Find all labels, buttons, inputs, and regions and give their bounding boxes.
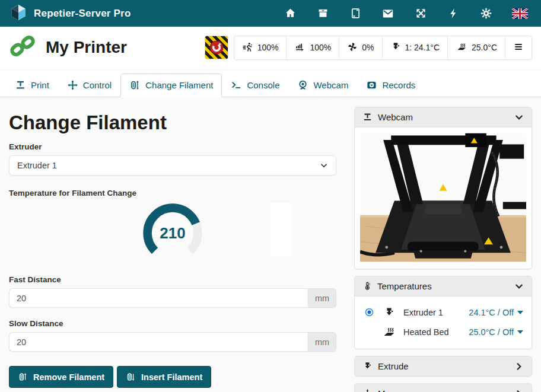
extruder-label: Extruder: [9, 142, 336, 151]
home-icon[interactable]: [284, 7, 297, 20]
extruder-temp-indicator[interactable]: 1: 24.1°C: [382, 36, 448, 59]
documentation-icon[interactable]: [349, 7, 362, 20]
hamburger-icon: [513, 42, 524, 53]
speed-indicator[interactable]: 100%: [234, 36, 287, 59]
remove-filament-button[interactable]: Remove Filament: [9, 366, 113, 388]
status-indicator-group: 100% 100%: [234, 36, 532, 60]
tab-console[interactable]: Console: [222, 74, 288, 97]
tab-print-label: Print: [31, 80, 49, 90]
webcam-panel: Webcam: [354, 107, 532, 269]
brand-link[interactable]: Repetier-Server Pro: [9, 4, 131, 24]
page-content: Change Filament Extruder Extruder 1 Temp…: [0, 97, 541, 392]
tab-change-filament-label: Change Filament: [145, 80, 213, 90]
fast-distance-input[interactable]: [9, 288, 308, 308]
right-sidebar: Webcam: [354, 107, 532, 392]
flow-value: 100%: [310, 43, 331, 52]
control-tab-icon: [67, 79, 78, 91]
webcam-panel-header[interactable]: Webcam: [355, 107, 532, 128]
temp-row-extruder: Extruder 1 24.1°C / Off: [363, 302, 523, 322]
remove-filament-label: Remove Filament: [33, 372, 104, 382]
move-panel-title: Move: [378, 388, 400, 392]
caret-down-icon: [517, 330, 523, 334]
chevron-down-icon: [514, 113, 524, 122]
chevron-down-icon: [320, 161, 328, 170]
bed-temp-dropdown[interactable]: 25.0°C / Off: [469, 327, 523, 337]
printer-icon: [362, 112, 373, 122]
flow-indicator[interactable]: 100%: [286, 36, 339, 59]
page-title: Change Filament: [9, 111, 336, 134]
power-icon[interactable]: [447, 7, 460, 20]
extruder-radio[interactable]: [363, 307, 375, 317]
fan-value: 0%: [362, 43, 374, 52]
extrude-panel: Extrude: [354, 356, 532, 377]
tab-control[interactable]: Control: [58, 74, 120, 97]
speed-runner-icon: [242, 42, 253, 54]
bed-row-name: Heated Bed: [403, 327, 449, 337]
caret-down-icon: [517, 311, 523, 314]
webcam-panel-title: Webcam: [378, 112, 413, 122]
extruder-temp-text: 24.1°C / Off: [469, 308, 514, 317]
navbar-icons: [284, 7, 532, 20]
slow-distance-input[interactable]: [9, 332, 308, 352]
thermometer-icon: [362, 281, 372, 291]
brand-title: Repetier-Server Pro: [34, 8, 131, 20]
webcam-tab-icon: [297, 79, 308, 91]
tab-webcam-label: Webcam: [313, 80, 348, 90]
heated-bed-icon: [456, 42, 467, 54]
fast-distance-unit: mm: [308, 288, 336, 308]
extruder-select-value: Extruder 1: [17, 161, 57, 170]
bed-temp-text: 25.0°C / Off: [469, 327, 514, 337]
heated-bed-icon: [380, 326, 398, 338]
top-navbar: Repetier-Server Pro: [0, 0, 541, 27]
chevron-down-icon: [514, 282, 524, 291]
printer-menu-button[interactable]: [505, 36, 532, 59]
temp-row-bed: Heated Bed 25.0°C / Off: [363, 322, 523, 342]
webcam-image: [360, 132, 526, 263]
temperatures-panel: Temperatures: [354, 276, 532, 349]
slow-distance-label: Slow Distance: [9, 319, 336, 328]
speed-value: 100%: [257, 43, 279, 52]
insert-filament-button[interactable]: Insert Filament: [117, 366, 211, 388]
tab-control-label: Control: [83, 80, 112, 90]
extrude-panel-header[interactable]: Extrude: [355, 356, 532, 376]
tab-records[interactable]: Records: [357, 74, 424, 97]
slow-distance-unit: mm: [308, 332, 336, 352]
fast-distance-label: Fast Distance: [9, 275, 336, 284]
language-flag-icon[interactable]: [512, 7, 528, 20]
move-panel-header[interactable]: Move: [355, 384, 532, 392]
tab-change-filament[interactable]: Change Filament: [120, 74, 222, 97]
temperature-gauge[interactable]: 210: [141, 202, 204, 264]
fullscreen-icon[interactable]: [414, 7, 427, 20]
extruder-temp-dropdown[interactable]: 24.1°C / Off: [469, 308, 523, 317]
app-logo-icon: [9, 4, 27, 24]
bed-temp-indicator[interactable]: 25.0°C: [447, 36, 505, 59]
move-panel: Move: [354, 383, 532, 392]
change-filament-panel: Change Filament Extruder Extruder 1 Temp…: [9, 107, 336, 392]
tab-console-label: Console: [247, 80, 279, 90]
extruder-select[interactable]: Extruder 1: [9, 155, 336, 176]
bed-temp-value: 25.0°C: [472, 43, 497, 52]
printer-tabs: Print Control Change Filament Console: [0, 70, 541, 97]
temperatures-panel-header[interactable]: Temperatures: [355, 276, 532, 297]
print-queue-icon[interactable]: [316, 7, 329, 20]
fast-distance-group: mm: [9, 288, 336, 308]
printer-link-icon: [9, 33, 36, 62]
printer-name: My Printer: [46, 38, 127, 57]
fan-indicator[interactable]: 0%: [339, 36, 381, 59]
webcam-feed: [355, 128, 532, 269]
tab-print[interactable]: Print: [6, 74, 58, 97]
temperatures-list: Extruder 1 24.1°C / Off: [355, 297, 532, 349]
emergency-stop-button[interactable]: [205, 36, 228, 59]
extruder-nozzle-icon: [380, 307, 398, 318]
chevron-right-icon: [514, 362, 524, 371]
change-filament-tab-icon: [129, 79, 141, 91]
messages-icon[interactable]: [381, 7, 394, 20]
fan-icon: [347, 42, 358, 54]
print-tab-icon: [15, 79, 26, 91]
settings-gear-icon[interactable]: [479, 7, 492, 20]
insert-filament-label: Insert Filament: [141, 372, 202, 382]
extruder-nozzle-icon: [362, 361, 373, 371]
chevron-right-icon: [514, 389, 524, 392]
tab-webcam[interactable]: Webcam: [288, 74, 357, 97]
tab-records-label: Records: [382, 80, 415, 90]
